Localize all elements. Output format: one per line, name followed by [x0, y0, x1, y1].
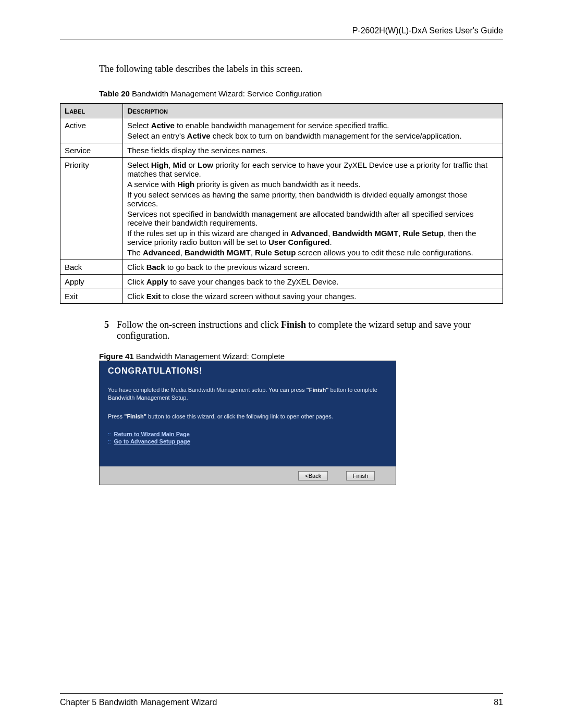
table-row: ExitClick Exit to close the wizard scree… [60, 289, 503, 304]
step-text: Follow the on-screen instructions and cl… [117, 319, 503, 341]
row-label: Priority [60, 158, 123, 260]
guide-title: P-2602H(W)(L)-DxA Series User's Guide [352, 26, 503, 35]
page-header: P-2602H(W)(L)-DxA Series User's Guide [60, 26, 503, 40]
wizard-text-2: Press "Finish" button to close this wiza… [108, 413, 387, 421]
desc-line: If you select services as having the sam… [127, 190, 498, 208]
desc-line: Select High, Mid or Low priority for eac… [127, 161, 498, 178]
table-number: Table 20 [99, 89, 130, 98]
desc-line: Click Apply to save your changes back to… [127, 277, 498, 286]
desc-line: If the rules set up in this wizard are c… [127, 229, 498, 246]
desc-line: Services not specified in bandwidth mana… [127, 209, 498, 227]
table-caption: Table 20 Bandwidth Management Wizard: Se… [99, 89, 503, 98]
figure-caption: Figure 41 Bandwidth Management Wizard: C… [99, 352, 503, 361]
row-description: Click Apply to save your changes back to… [123, 275, 503, 289]
row-label: Exit [60, 289, 123, 304]
intro-text: The following table describes the labels… [99, 64, 503, 75]
table-row: ActiveSelect Active to enable bandwidth … [60, 118, 503, 143]
wizard-link-row-1: :: Return to Wizard Main Page [108, 431, 387, 437]
bullet-icon: :: [108, 431, 111, 437]
return-wizard-main-link[interactable]: Return to Wizard Main Page [114, 431, 190, 437]
bullet-icon: :: [108, 439, 111, 445]
desc-line: The Advanced, Bandwidth MGMT, Rule Setup… [127, 248, 498, 257]
back-button[interactable]: <Back [298, 471, 328, 480]
table-title: Bandwidth Management Wizard: Service Con… [130, 89, 322, 98]
wizard-title: CONGRATULATIONS! [108, 366, 387, 376]
step-5: 5 Follow the on-screen instructions and … [104, 319, 503, 341]
table-row: BackClick Back to go back to the previou… [60, 260, 503, 275]
finish-button[interactable]: Finish [346, 471, 375, 480]
chapter-label: Chapter 5 Bandwidth Management Wizard [60, 698, 217, 707]
row-label: Back [60, 260, 123, 275]
row-description: Click Back to go back to the previous wi… [123, 260, 503, 275]
wizard-text-1: You have completed the Media Bandwidth M… [108, 386, 387, 402]
table-row: PrioritySelect High, Mid or Low priority… [60, 158, 503, 260]
go-advanced-setup-link[interactable]: Go to Advanced Setup page [114, 438, 190, 445]
row-label: Active [60, 118, 123, 143]
desc-line: Click Back to go back to the previous wi… [127, 263, 498, 272]
figure-title: Bandwidth Management Wizard: Complete [134, 352, 285, 361]
desc-line: Select Active to enable bandwidth manage… [127, 121, 498, 130]
table-row: ApplyClick Apply to save your changes ba… [60, 275, 503, 289]
row-label: Service [60, 143, 123, 158]
wizard-screenshot: CONGRATULATIONS! You have completed the … [99, 361, 396, 485]
row-label: Apply [60, 275, 123, 289]
desc-line: These fields display the services names. [127, 146, 498, 155]
wizard-link-row-2: :: Go to Advanced Setup page [108, 438, 387, 445]
wizard-footer: <Back Finish [100, 466, 396, 485]
th-description: Description [123, 104, 503, 118]
page-number: 81 [494, 698, 503, 707]
step-number: 5 [104, 319, 112, 341]
page-footer: Chapter 5 Bandwidth Management Wizard 81 [60, 693, 503, 707]
table-row: ServiceThese fields display the services… [60, 143, 503, 158]
th-label: Label [60, 104, 123, 118]
description-table: Label Description ActiveSelect Active to… [60, 103, 503, 304]
figure-number: Figure 41 [99, 352, 134, 361]
desc-line: A service with High priority is given as… [127, 180, 498, 189]
row-description: Click Exit to close the wizard screen wi… [123, 289, 503, 304]
row-description: Select Active to enable bandwidth manage… [123, 118, 503, 143]
desc-line: Select an entry's Active check box to tu… [127, 131, 498, 140]
desc-line: Click Exit to close the wizard screen wi… [127, 292, 498, 301]
row-description: These fields display the services names. [123, 143, 503, 158]
row-description: Select High, Mid or Low priority for eac… [123, 158, 503, 260]
